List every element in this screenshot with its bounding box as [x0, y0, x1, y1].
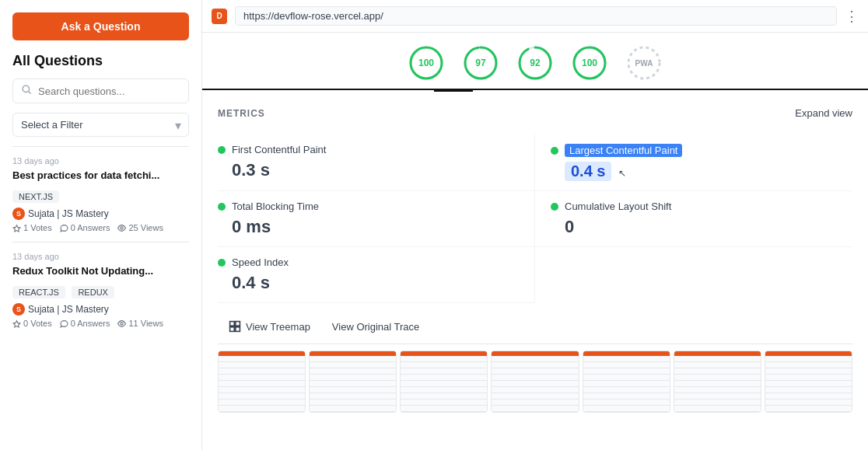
- view-original-trace-button[interactable]: View Original Trace: [321, 316, 430, 337]
- scores-row: 100 97 92 100: [202, 33, 868, 90]
- metrics-content: METRICS Expand view First Contentful Pai…: [202, 95, 868, 450]
- filter-wrapper: Select a Filter Newest Oldest Most Voted…: [12, 113, 189, 137]
- metric-si: Speed Index 0.4 s: [218, 247, 535, 303]
- metric-value: 0 ms: [232, 217, 519, 237]
- view-treemap-button[interactable]: View Treemap: [218, 316, 321, 337]
- metric-name: Total Blocking Time: [232, 201, 319, 212]
- svg-point-0: [23, 85, 29, 92]
- view-buttons-row: View Treemap View Original Trace: [218, 316, 852, 344]
- screenshot-thumb: [400, 351, 488, 413]
- filter-select[interactable]: Select a Filter Newest Oldest Most Voted: [12, 113, 189, 137]
- screenshot-thumb: [674, 351, 761, 413]
- metrics-grid: First Contentful Paint 0.3 s Largest Con…: [218, 134, 852, 303]
- answers-stat: 0 Answers: [60, 223, 110, 232]
- avatar: S: [12, 208, 25, 220]
- ask-question-button[interactable]: Ask a Question: [12, 12, 189, 40]
- metric-name-highlighted: Largest Contentful Paint: [565, 144, 682, 157]
- metric-dot-green: [551, 203, 558, 211]
- question-age: 13 days ago: [12, 252, 189, 261]
- expand-view-button[interactable]: Expand view: [795, 107, 852, 119]
- metric-value-highlighted: 0.4 s: [565, 162, 611, 181]
- tag-redux[interactable]: REDUX: [72, 286, 114, 298]
- question-stats: 0 Votes 0 Answers 11 Views: [12, 319, 189, 328]
- metric-dot-green: [218, 203, 226, 211]
- url-input[interactable]: [235, 6, 837, 26]
- svg-point-3: [121, 323, 123, 325]
- search-input[interactable]: [38, 85, 180, 97]
- score-circle-92[interactable]: 92: [516, 44, 555, 82]
- metric-value: 0: [565, 217, 852, 237]
- question-author: S Sujata | JS Mastery: [12, 303, 189, 316]
- screenshot-thumb: [583, 351, 670, 413]
- metric-name: Cumulative Layout Shift: [565, 201, 671, 212]
- metric-dot-green: [218, 146, 226, 154]
- svg-text:100: 100: [418, 58, 434, 68]
- metric-cls: Cumulative Layout Shift 0: [535, 191, 852, 247]
- svg-line-1: [28, 91, 30, 93]
- question-card: 13 days ago Best practices for data fetc…: [12, 146, 189, 232]
- tag-reactjs[interactable]: REACT.JS: [12, 286, 65, 298]
- score-circle-pwa[interactable]: PWA: [625, 44, 663, 82]
- score-circle-100-1[interactable]: 100: [407, 44, 446, 82]
- views-stat: 25 Views: [117, 223, 163, 232]
- metrics-label: METRICS: [218, 108, 265, 119]
- search-icon: [21, 84, 32, 98]
- svg-rect-18: [230, 322, 235, 326]
- metric-name: Speed Index: [232, 256, 289, 268]
- screenshot-thumb: [309, 351, 397, 413]
- question-age: 13 days ago: [12, 156, 189, 166]
- metric-dot-green: [218, 259, 226, 267]
- sidebar-title: All Questions: [12, 53, 189, 69]
- views-stat: 11 Views: [117, 319, 163, 328]
- svg-text:97: 97: [475, 58, 486, 68]
- question-title[interactable]: Redux Toolkit Not Updating...: [12, 264, 189, 278]
- search-bar-container: [12, 78, 189, 103]
- score-circle-100-2[interactable]: 100: [570, 44, 609, 82]
- question-title[interactable]: Best practices for data fetchi...: [12, 169, 189, 183]
- votes-stat: 1 Votes: [12, 223, 52, 232]
- screenshot-thumb: [491, 351, 579, 413]
- svg-rect-20: [230, 327, 235, 332]
- answers-stat: 0 Answers: [60, 319, 110, 328]
- metric-value: 0.4 s: [232, 273, 519, 293]
- browser-bar: D ⋮: [202, 0, 868, 33]
- more-options-icon[interactable]: ⋮: [845, 9, 859, 23]
- svg-rect-21: [236, 327, 240, 332]
- favicon-icon: D: [212, 9, 227, 24]
- metric-dot-green: [551, 147, 558, 155]
- screenshot-thumb: [218, 351, 306, 413]
- grid-icon: [229, 320, 241, 333]
- question-author: S Sujata | JS Mastery: [12, 208, 189, 220]
- svg-point-2: [121, 227, 123, 229]
- metric-tbt: Total Blocking Time 0 ms: [218, 191, 535, 247]
- question-card: 13 days ago Redux Toolkit Not Updating..…: [12, 242, 189, 328]
- svg-text:100: 100: [582, 58, 597, 68]
- metric-lcp: Largest Contentful Paint 0.4 s ↖: [535, 134, 852, 191]
- votes-stat: 0 Votes: [12, 319, 52, 328]
- svg-text:92: 92: [530, 58, 541, 68]
- sidebar: Ask a Question All Questions Select a Fi…: [0, 0, 202, 450]
- metric-value: 0.3 s: [232, 160, 519, 180]
- svg-rect-19: [236, 322, 240, 326]
- score-circle-97[interactable]: 97: [461, 44, 500, 82]
- metric-name: First Contentful Paint: [232, 144, 326, 155]
- metrics-header: METRICS Expand view: [218, 107, 852, 119]
- main-panel: D ⋮ 100 97 92: [202, 0, 868, 450]
- avatar: S: [12, 303, 25, 316]
- screenshot-thumb: [765, 351, 852, 413]
- svg-text:PWA: PWA: [635, 59, 653, 68]
- metric-fcp: First Contentful Paint 0.3 s: [218, 134, 535, 191]
- tag-nextjs[interactable]: NEXT.JS: [12, 190, 59, 203]
- question-stats: 1 Votes 0 Answers 25 Views: [12, 223, 189, 232]
- screenshots-strip: [218, 351, 852, 413]
